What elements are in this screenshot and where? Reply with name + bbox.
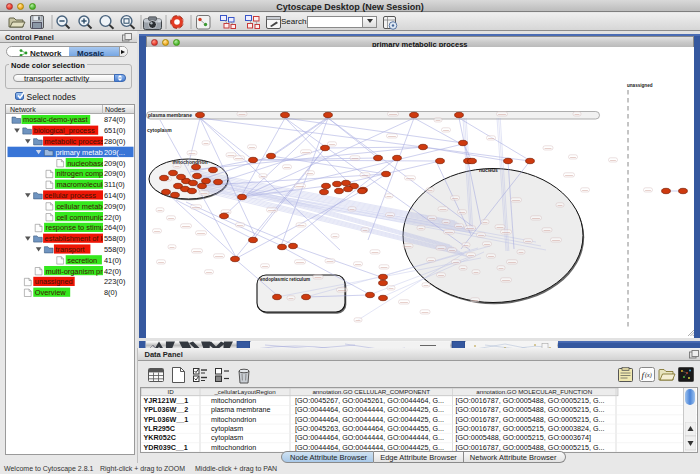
svg-text:42(0): 42(0)	[104, 266, 121, 275]
svg-text:multi-organism pro: multi-organism pro	[46, 266, 107, 275]
svg-text:8(0): 8(0)	[104, 288, 117, 297]
svg-text:unassigned: unassigned	[627, 83, 653, 88]
svg-text:558(0): 558(0)	[104, 245, 125, 254]
svg-text:[GO:0044464, GO:0044444, GO:00: [GO:0044464, GO:0044444, GO:0044425, G..…	[295, 414, 444, 423]
svg-text:[GO:0016787, GO:0005488, GO:00: [GO:0016787, GO:0005488, GO:0005215, G..…	[456, 405, 605, 414]
svg-text:209(0): 209(0)	[104, 201, 125, 210]
svg-text:22(0): 22(0)	[104, 212, 121, 221]
svg-text:plasma membrane: plasma membrane	[148, 112, 192, 118]
svg-text:cellular metabol: cellular metabol	[56, 201, 108, 210]
svg-text:[GO:0016787, GO:0005215, GO:00: [GO:0016787, GO:0005215, GO:0003824, G..…	[456, 423, 605, 432]
svg-text:209(0): 209(0)	[104, 169, 125, 178]
svg-text:(x): (x)	[645, 372, 652, 379]
svg-text:614(0): 614(0)	[104, 191, 125, 200]
svg-text:ID: ID	[167, 388, 174, 395]
svg-text:[GO:0044464, GO:0044444, GO:00: [GO:0044464, GO:0044444, GO:0044425, G..…	[295, 405, 444, 414]
svg-text:annotation.GO CELLULAR_COMPONE: annotation.GO CELLULAR_COMPONENT	[312, 388, 430, 395]
svg-text:558(0): 558(0)	[104, 234, 125, 243]
svg-text:311(0): 311(0)	[104, 180, 125, 189]
svg-text:[GO:0016787, GO:0005488, GO:00: [GO:0016787, GO:0005488, GO:0005215, G..…	[456, 396, 605, 405]
svg-text:264(0): 264(0)	[104, 223, 125, 232]
svg-text:[GO:0045267, GO:0045261, GO:00: [GO:0045267, GO:0045261, GO:0044464, G..…	[295, 396, 444, 405]
svg-text:874(0): 874(0)	[104, 115, 125, 124]
svg-text:endoplasmic reticulum: endoplasmic reticulum	[260, 277, 310, 282]
svg-text:223(0): 223(0)	[104, 277, 125, 286]
svg-text:cytoplasm: cytoplasm	[211, 433, 243, 442]
svg-text:plasma membrane: plasma membrane	[211, 405, 271, 414]
svg-text:YPL036W__1: YPL036W__1	[144, 414, 189, 423]
svg-text:mitochondrion: mitochondrion	[211, 442, 256, 451]
svg-text:mitochondrion: mitochondrion	[211, 414, 256, 423]
svg-text:nucleus: nucleus	[479, 167, 498, 173]
svg-text:_cellularLayoutRegion: _cellularLayoutRegion	[213, 388, 276, 395]
svg-text:primary metabo: primary metabo	[55, 147, 106, 156]
svg-text:Overview: Overview	[35, 288, 66, 297]
svg-text:YPL036W__2: YPL036W__2	[144, 405, 189, 414]
svg-text:transport: transport	[55, 245, 84, 254]
svg-text:280(0): 280(0)	[104, 137, 125, 146]
svg-text:YJR121W__1: YJR121W__1	[144, 396, 189, 405]
svg-text:cell communicat: cell communicat	[56, 212, 109, 221]
svg-text:209(0): 209(0)	[104, 158, 125, 167]
svg-text:[GO:0016787, GO:0005488, GO:00: [GO:0016787, GO:0005488, GO:0005215, G..…	[456, 414, 605, 423]
svg-text:mitochondrion: mitochondrion	[211, 396, 256, 405]
svg-text:cytoplasm: cytoplasm	[147, 127, 172, 133]
svg-text:nitrogen compo: nitrogen compo	[56, 169, 107, 178]
svg-text:establishment of lo: establishment of lo	[45, 234, 107, 243]
svg-text:macromolecule: macromolecule	[56, 180, 106, 189]
svg-text:YKR052C: YKR052C	[144, 433, 176, 442]
svg-text:cellular process: cellular process	[45, 191, 97, 200]
svg-text:mosaic-demo-yeast: mosaic-demo-yeast	[23, 115, 87, 124]
svg-text:annotation.GO MOLECULAR_FUNCTI: annotation.GO MOLECULAR_FUNCTION	[476, 388, 592, 395]
svg-text:[GO:0045263, GO:0044464, GO:00: [GO:0045263, GO:0044464, GO:0044455, G..…	[295, 423, 444, 432]
svg-text:secretion: secretion	[67, 255, 97, 264]
svg-text:cytoplasm: cytoplasm	[211, 423, 243, 432]
svg-text:[GO:0005488, GO:0005215, GO:00: [GO:0005488, GO:0005215, GO:0003674]	[456, 433, 591, 442]
svg-text:YLR295C: YLR295C	[144, 423, 176, 432]
svg-text:[GO:0044464, GO:0044444, GO:00: [GO:0044464, GO:0044444, GO:0044444, G..…	[295, 433, 444, 442]
svg-text:209(...: 209(...	[104, 147, 125, 156]
svg-text:41(0): 41(0)	[104, 255, 121, 264]
svg-text:651(0): 651(0)	[104, 126, 125, 135]
svg-text:unassigned: unassigned	[35, 277, 73, 286]
svg-text:biological_process: biological_process	[34, 126, 95, 135]
svg-text:response to stimulu: response to stimulu	[46, 223, 110, 232]
svg-text:metabolic process: metabolic process	[45, 137, 105, 146]
svg-text:YDR039C__1: YDR039C__1	[144, 442, 188, 451]
